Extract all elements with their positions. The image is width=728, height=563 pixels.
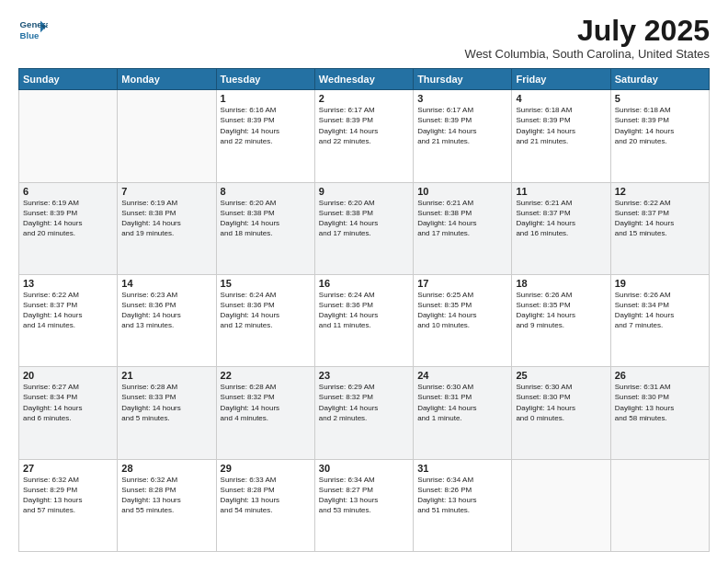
day-number: 18 [516,278,606,289]
day-number: 19 [615,278,705,289]
table-row: 30Sunrise: 6:34 AM Sunset: 8:27 PM Dayli… [314,459,413,551]
subtitle: West Columbia, South Carolina, United St… [465,47,710,61]
day-number: 16 [319,278,409,289]
day-number: 9 [319,186,409,197]
day-info: Sunrise: 6:34 AM Sunset: 8:27 PM Dayligh… [319,475,409,516]
day-info: Sunrise: 6:32 AM Sunset: 8:29 PM Dayligh… [23,475,113,516]
day-info: Sunrise: 6:31 AM Sunset: 8:30 PM Dayligh… [615,382,705,423]
day-info: Sunrise: 6:26 AM Sunset: 8:34 PM Dayligh… [615,290,705,331]
day-number: 20 [23,370,113,381]
table-row: 29Sunrise: 6:33 AM Sunset: 8:28 PM Dayli… [216,459,314,551]
day-info: Sunrise: 6:21 AM Sunset: 8:38 PM Dayligh… [417,198,507,239]
col-friday: Friday [512,69,610,90]
table-row: 26Sunrise: 6:31 AM Sunset: 8:30 PM Dayli… [610,367,709,459]
table-row: 17Sunrise: 6:25 AM Sunset: 8:35 PM Dayli… [414,274,512,366]
day-number: 23 [319,370,409,381]
table-row: 18Sunrise: 6:26 AM Sunset: 8:35 PM Dayli… [512,274,610,366]
day-info: Sunrise: 6:24 AM Sunset: 8:36 PM Dayligh… [221,290,311,331]
table-row: 24Sunrise: 6:30 AM Sunset: 8:31 PM Dayli… [414,367,512,459]
table-row: 28Sunrise: 6:32 AM Sunset: 8:28 PM Dayli… [118,459,216,551]
table-row: 22Sunrise: 6:28 AM Sunset: 8:32 PM Dayli… [216,367,314,459]
table-row: 20Sunrise: 6:27 AM Sunset: 8:34 PM Dayli… [19,367,118,459]
day-info: Sunrise: 6:30 AM Sunset: 8:31 PM Dayligh… [417,382,507,423]
day-info: Sunrise: 6:17 AM Sunset: 8:39 PM Dayligh… [319,105,409,146]
svg-text:Blue: Blue [20,30,40,40]
day-info: Sunrise: 6:20 AM Sunset: 8:38 PM Dayligh… [319,198,409,239]
day-number: 26 [615,370,705,381]
day-number: 15 [221,278,311,289]
table-row: 21Sunrise: 6:28 AM Sunset: 8:33 PM Dayli… [118,367,216,459]
day-info: Sunrise: 6:17 AM Sunset: 8:39 PM Dayligh… [417,105,507,146]
table-row: 3Sunrise: 6:17 AM Sunset: 8:39 PM Daylig… [414,90,512,182]
col-sunday: Sunday [19,69,118,90]
day-number: 21 [121,370,211,381]
col-thursday: Thursday [414,69,512,90]
day-info: Sunrise: 6:23 AM Sunset: 8:36 PM Dayligh… [121,290,211,331]
day-info: Sunrise: 6:22 AM Sunset: 8:37 PM Dayligh… [23,290,113,331]
table-row: 1Sunrise: 6:16 AM Sunset: 8:39 PM Daylig… [216,90,314,182]
day-info: Sunrise: 6:20 AM Sunset: 8:38 PM Dayligh… [221,198,311,239]
day-info: Sunrise: 6:19 AM Sunset: 8:38 PM Dayligh… [121,198,211,239]
table-row: 10Sunrise: 6:21 AM Sunset: 8:38 PM Dayli… [414,182,512,274]
day-info: Sunrise: 6:18 AM Sunset: 8:39 PM Dayligh… [516,105,606,146]
day-number: 4 [516,93,606,104]
month-title: July 2025 [465,15,710,47]
header: General Blue July 2025 West Columbia, So… [18,15,710,61]
day-info: Sunrise: 6:28 AM Sunset: 8:33 PM Dayligh… [121,382,211,423]
table-row [610,459,709,551]
day-number: 22 [221,370,311,381]
logo: General Blue [18,15,48,44]
table-row: 16Sunrise: 6:24 AM Sunset: 8:36 PM Dayli… [314,274,413,366]
week-row-3: 13Sunrise: 6:22 AM Sunset: 8:37 PM Dayli… [19,274,710,366]
col-saturday: Saturday [610,69,709,90]
week-row-4: 20Sunrise: 6:27 AM Sunset: 8:34 PM Dayli… [19,367,710,459]
week-row-5: 27Sunrise: 6:32 AM Sunset: 8:29 PM Dayli… [19,459,710,551]
day-info: Sunrise: 6:27 AM Sunset: 8:34 PM Dayligh… [23,382,113,423]
table-row: 9Sunrise: 6:20 AM Sunset: 8:38 PM Daylig… [314,182,413,274]
table-row: 31Sunrise: 6:34 AM Sunset: 8:26 PM Dayli… [414,459,512,551]
day-info: Sunrise: 6:18 AM Sunset: 8:39 PM Dayligh… [615,105,705,146]
day-number: 28 [121,463,211,474]
day-info: Sunrise: 6:26 AM Sunset: 8:35 PM Dayligh… [516,290,606,331]
day-info: Sunrise: 6:21 AM Sunset: 8:37 PM Dayligh… [516,198,606,239]
day-number: 8 [221,186,311,197]
day-info: Sunrise: 6:33 AM Sunset: 8:28 PM Dayligh… [221,475,311,516]
table-row: 14Sunrise: 6:23 AM Sunset: 8:36 PM Dayli… [118,274,216,366]
day-info: Sunrise: 6:24 AM Sunset: 8:36 PM Dayligh… [319,290,409,331]
day-number: 25 [516,370,606,381]
header-row: Sunday Monday Tuesday Wednesday Thursday… [19,69,710,90]
table-row: 12Sunrise: 6:22 AM Sunset: 8:37 PM Dayli… [610,182,709,274]
table-row [118,90,216,182]
day-info: Sunrise: 6:22 AM Sunset: 8:37 PM Dayligh… [615,198,705,239]
day-info: Sunrise: 6:16 AM Sunset: 8:39 PM Dayligh… [221,105,311,146]
week-row-1: 1Sunrise: 6:16 AM Sunset: 8:39 PM Daylig… [19,90,710,182]
day-number: 2 [319,93,409,104]
day-number: 31 [417,463,507,474]
title-block: July 2025 West Columbia, South Carolina,… [465,15,710,61]
table-row: 27Sunrise: 6:32 AM Sunset: 8:29 PM Dayli… [19,459,118,551]
col-tuesday: Tuesday [216,69,314,90]
day-info: Sunrise: 6:25 AM Sunset: 8:35 PM Dayligh… [417,290,507,331]
day-info: Sunrise: 6:30 AM Sunset: 8:30 PM Dayligh… [516,382,606,423]
table-row: 15Sunrise: 6:24 AM Sunset: 8:36 PM Dayli… [216,274,314,366]
table-row: 7Sunrise: 6:19 AM Sunset: 8:38 PM Daylig… [118,182,216,274]
day-info: Sunrise: 6:19 AM Sunset: 8:39 PM Dayligh… [23,198,113,239]
week-row-2: 6Sunrise: 6:19 AM Sunset: 8:39 PM Daylig… [19,182,710,274]
day-number: 17 [417,278,507,289]
day-number: 11 [516,186,606,197]
day-info: Sunrise: 6:28 AM Sunset: 8:32 PM Dayligh… [221,382,311,423]
day-number: 10 [417,186,507,197]
col-monday: Monday [118,69,216,90]
table-row: 11Sunrise: 6:21 AM Sunset: 8:37 PM Dayli… [512,182,610,274]
table-row: 25Sunrise: 6:30 AM Sunset: 8:30 PM Dayli… [512,367,610,459]
day-number: 29 [221,463,311,474]
day-info: Sunrise: 6:29 AM Sunset: 8:32 PM Dayligh… [319,382,409,423]
day-info: Sunrise: 6:32 AM Sunset: 8:28 PM Dayligh… [121,475,211,516]
table-row: 5Sunrise: 6:18 AM Sunset: 8:39 PM Daylig… [610,90,709,182]
day-number: 27 [23,463,113,474]
table-row: 13Sunrise: 6:22 AM Sunset: 8:37 PM Dayli… [19,274,118,366]
day-number: 1 [221,93,311,104]
table-row: 6Sunrise: 6:19 AM Sunset: 8:39 PM Daylig… [19,182,118,274]
day-number: 24 [417,370,507,381]
day-number: 13 [23,278,113,289]
